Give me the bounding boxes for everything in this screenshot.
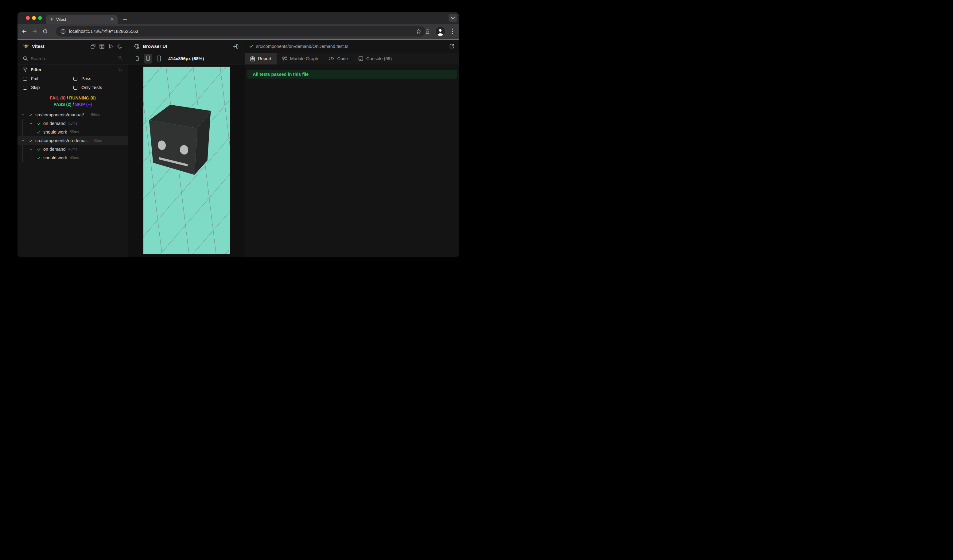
checkbox-icon[interactable] (73, 77, 78, 81)
tab-label: Code (337, 56, 348, 61)
bookmark-star-icon[interactable] (415, 28, 422, 35)
test-case-row[interactable]: should work 43ms (17, 154, 128, 162)
tab-label: Module Graph (290, 56, 318, 61)
device-tablet-button[interactable] (154, 54, 163, 64)
pass-check-icon (249, 44, 253, 48)
close-window-button[interactable] (26, 16, 30, 20)
chevron-down-icon[interactable] (29, 148, 33, 151)
test-label: on demand (43, 147, 66, 152)
filter-checkbox-skip[interactable]: Skip (23, 85, 73, 90)
tab-report[interactable]: Report (245, 53, 276, 65)
code-icon (329, 56, 334, 61)
tab-strip: Vitest (17, 12, 459, 24)
filter-option-label: Pass (81, 76, 91, 81)
open-panel-right-icon[interactable] (233, 43, 239, 50)
search-input[interactable] (31, 56, 118, 61)
globe-icon (134, 43, 140, 49)
filter-checkbox-fail[interactable]: Fail (23, 76, 73, 81)
summary-line-2: PASS (2)/SKIP (--) (17, 101, 128, 108)
browser-tab[interactable]: Vitest (46, 15, 118, 24)
tab-module-graph[interactable]: Module Graph (276, 53, 324, 65)
pass-check-icon (37, 122, 40, 125)
report-content: All tests passed in this file (245, 65, 459, 257)
back-button[interactable] (19, 26, 29, 37)
sidebar: Vitest (17, 40, 128, 257)
experiments-flask-icon[interactable] (424, 28, 431, 35)
chevron-down-icon[interactable] (29, 122, 33, 125)
filter-section-header: Filter (17, 65, 128, 75)
tab-search-button[interactable] (449, 14, 457, 22)
running-count: RUNNING (0) (69, 96, 95, 101)
device-phone-plus-button[interactable] (144, 54, 152, 64)
all-tests-passed-banner: All tests passed in this file (247, 70, 457, 79)
site-info-icon[interactable] (60, 28, 66, 35)
filter-options: Fail Pass Skip Only Tests (17, 76, 128, 90)
tab-label: Report (258, 56, 272, 61)
filter-label: Filter (31, 67, 118, 72)
report-panel: src/components/on-demand/OnDemand.test.t… (245, 40, 459, 257)
test-file-row-selected[interactable]: src/components/on-dema… 43ms (17, 137, 128, 145)
viewport-toolbar: 414x896px (68%) (128, 53, 245, 65)
report-header: src/components/on-demand/OnDemand.test.t… (245, 40, 459, 53)
checkbox-icon[interactable] (73, 86, 78, 90)
new-tab-button[interactable] (121, 16, 129, 23)
clear-search-filter-icon[interactable] (118, 56, 123, 61)
separator: / (71, 102, 75, 107)
browser-menu-icon[interactable] (450, 28, 455, 35)
chevron-down-icon[interactable] (22, 113, 25, 116)
skip-count: SKIP (--) (75, 102, 92, 107)
viewport-size-label: 414x896px (68%) (168, 56, 204, 61)
test-file-row[interactable]: src/components/manual/… 56ms (17, 110, 128, 119)
dark-mode-moon-icon[interactable] (117, 43, 123, 49)
filter-option-label: Skip (31, 85, 40, 90)
checkbox-icon[interactable] (23, 86, 27, 90)
tab-code[interactable]: Code (323, 53, 353, 65)
tab-console[interactable]: Console (69) (353, 53, 397, 65)
test-label: src/components/manual/… (35, 112, 88, 117)
tested-page-viewport[interactable] (143, 67, 230, 254)
test-suite-row[interactable]: on demand 56ms (17, 119, 128, 128)
forward-button[interactable] (29, 26, 40, 37)
checkbox-icon[interactable] (23, 77, 27, 81)
robot-cube-3d (143, 67, 230, 254)
vitest-ui: Vitest (17, 40, 459, 257)
close-tab-icon[interactable] (110, 17, 115, 22)
module-graph-icon (282, 56, 287, 61)
profile-avatar[interactable] (436, 27, 445, 36)
filter-checkbox-pass[interactable]: Pass (73, 76, 123, 81)
test-duration: 43ms (93, 138, 102, 143)
test-label: should work (43, 130, 67, 135)
filter-checkbox-only-tests[interactable]: Only Tests (73, 85, 123, 90)
test-duration: 56ms (68, 121, 78, 126)
chevron-down-icon[interactable] (22, 139, 25, 142)
browser-ui-panel: Browser UI 414x896px (68%) (128, 40, 245, 257)
vitest-favicon-icon (49, 17, 53, 22)
url-text[interactable]: localhost:5173/#/?file=1828625563 (69, 29, 415, 34)
browser-toolbar: localhost:5173/#/?file=1828625563 (17, 24, 459, 39)
banner-text: All tests passed in this file (253, 72, 309, 77)
test-summary: FAIL (0)/RUNNING (0) PASS (2)/SKIP (--) (17, 95, 128, 108)
dashboard-icon[interactable] (99, 43, 105, 49)
zoom-window-button[interactable] (38, 16, 42, 20)
report-icon (250, 56, 255, 61)
test-tree: src/components/manual/… 56ms on demand 5… (17, 110, 128, 162)
clear-filters-icon[interactable] (118, 68, 123, 72)
pass-check-icon (37, 148, 40, 151)
summary-line-1: FAIL (0)/RUNNING (0) (17, 95, 128, 101)
test-suite-row[interactable]: on demand 43ms (17, 145, 128, 154)
test-label: should work (43, 155, 67, 160)
pass-check-icon (37, 156, 40, 160)
open-in-editor-icon[interactable] (449, 43, 455, 50)
filter-option-label: Only Tests (81, 85, 102, 90)
browser-ui-header: Browser UI (128, 40, 245, 53)
reload-button[interactable] (40, 26, 50, 37)
address-bar[interactable]: localhost:5173/#/?file=1828625563 (56, 26, 425, 37)
test-case-row[interactable]: should work 55ms (17, 128, 128, 137)
collapse-panels-icon[interactable] (90, 43, 96, 49)
device-small-phone-button[interactable] (133, 54, 141, 64)
minimize-window-button[interactable] (32, 16, 36, 20)
test-duration: 43ms (68, 147, 78, 151)
test-duration: 43ms (70, 156, 79, 160)
browser-window: Vitest (17, 12, 459, 257)
run-all-icon[interactable] (108, 43, 113, 49)
